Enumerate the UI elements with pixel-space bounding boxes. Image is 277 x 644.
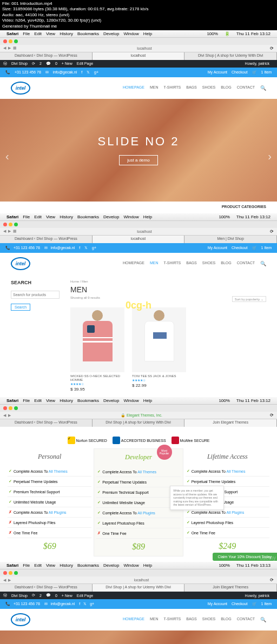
cart-icon[interactable]: 🛒 — [252, 70, 257, 75]
cart-icon[interactable]: 🛒 — [252, 602, 257, 606]
tab-wordpress[interactable]: Dashboard ‹ Divi Shop — WordPress — [0, 236, 93, 243]
back-button[interactable]: ◀ — [3, 578, 6, 582]
reload-icon[interactable]: ⟳ — [270, 413, 274, 418]
facebook-icon[interactable]: f — [81, 70, 82, 74]
maximize-window[interactable] — [14, 39, 18, 43]
wp-edit[interactable]: Edit Page — [77, 62, 93, 65]
sidebar-icon[interactable]: ▦ — [13, 46, 17, 50]
address-bar[interactable]: localhost — [19, 230, 270, 233]
tab-wordpress[interactable]: Dashboard ‹ Divi Shop — WordPress — [0, 419, 93, 427]
site-logo[interactable]: intel — [11, 613, 30, 626]
tab-divishop[interactable]: Divi Shop | A shop for Udemy With Divi — [93, 419, 185, 427]
nav-bags[interactable]: BAGS — [186, 617, 196, 622]
nav-contact[interactable]: CONTACT — [237, 617, 255, 622]
menu-history[interactable]: History — [60, 31, 73, 36]
forward-button[interactable]: ▶ — [8, 413, 11, 418]
breadcrumb[interactable]: Home / Men — [70, 280, 266, 283]
twitter-icon[interactable]: 𝕏 — [83, 602, 87, 606]
app-name[interactable]: Safari — [6, 214, 18, 219]
tab-wordpress[interactable]: Dashboard ‹ Divi Shop — WordPress — [0, 584, 93, 592]
wp-new[interactable]: + New — [62, 62, 72, 65]
nav-blog[interactable]: BLOG — [221, 617, 231, 622]
my-account-link[interactable]: My Account — [208, 70, 227, 75]
forward-button[interactable]: ▶ — [8, 578, 11, 582]
site-logo[interactable]: intel — [11, 82, 30, 95]
menu-develop[interactable]: Develop — [103, 31, 119, 36]
twitter-icon[interactable]: 𝕏 — [87, 70, 90, 74]
sort-select[interactable]: Sort by popularity ⌄ — [232, 296, 266, 302]
search-icon[interactable]: 🔍 — [260, 617, 266, 622]
nav-shoes[interactable]: SHOES — [202, 617, 216, 622]
search-button[interactable]: Search — [11, 304, 30, 311]
nav-tshirts[interactable]: T-SHIRTS — [164, 85, 181, 91]
cart-icon[interactable]: 🛒 — [252, 246, 257, 250]
nav-men[interactable]: MEN — [150, 261, 159, 266]
address-bar[interactable]: localhost — [13, 578, 270, 582]
nav-contact[interactable]: CONTACT — [237, 261, 255, 266]
wp-site[interactable]: Divi Shop — [11, 62, 28, 65]
wp-logo-icon[interactable]: ⓦ — [3, 61, 7, 66]
nav-men[interactable]: MEN — [150, 617, 159, 622]
tab-elegant[interactable]: Join Elegant Themes — [184, 419, 277, 427]
menu-help[interactable]: Help — [143, 31, 152, 36]
google-icon[interactable]: g+ — [92, 246, 96, 250]
tab-localhost[interactable]: localhost — [93, 236, 185, 243]
tab-elegant[interactable]: Join Elegant Themes — [184, 584, 277, 592]
wp-comments-icon[interactable]: 💬 — [46, 62, 51, 66]
slider-next[interactable]: › — [268, 150, 272, 163]
search-icon[interactable]: 🔍 — [260, 85, 266, 91]
nav-home[interactable]: HOMEPAGE — [123, 85, 144, 91]
wp-logo-icon[interactable]: ⓦ — [3, 593, 7, 598]
tab-localhost[interactable]: localhost — [93, 52, 185, 60]
product-card[interactable]: TONI TEE SS JACK & JONES ★★★★☆ $ 22.99 — [132, 307, 186, 392]
nav-home[interactable]: HOMEPAGE — [123, 261, 144, 266]
nav-shoes[interactable]: SHOES — [202, 261, 216, 266]
tab-divishop[interactable]: Divi Shop | A shop for Udemy With Divi — [93, 584, 185, 592]
tab-men[interactable]: Men | Divi Shop — [184, 236, 277, 243]
tab-divishop[interactable]: Divi Shop | A shop for Udemy With Divi — [184, 52, 277, 60]
site-logo[interactable]: intel — [11, 257, 30, 270]
close-window[interactable] — [3, 39, 7, 43]
search-icon[interactable]: 🔍 — [260, 261, 266, 266]
reload-icon[interactable]: ⟳ — [270, 578, 274, 582]
hero-cta[interactable]: just a demo — [119, 155, 157, 165]
nav-tshirts[interactable]: T-SHIRTS — [164, 261, 181, 266]
product-card[interactable]: WICKED SS O-NECK SELECTED HOMME ★★★★☆ $ … — [70, 307, 124, 392]
twitter-icon[interactable]: 𝕏 — [84, 246, 88, 250]
nav-blog[interactable]: BLOG — [221, 85, 231, 91]
checkout-link[interactable]: Checkout — [232, 70, 248, 75]
reload-icon[interactable]: ⟳ — [270, 229, 274, 234]
facebook-icon[interactable]: f — [79, 602, 80, 606]
nav-shoes[interactable]: SHOES — [202, 85, 216, 91]
minimize-window[interactable] — [9, 39, 12, 43]
google-icon[interactable]: g+ — [94, 70, 98, 74]
search-input[interactable] — [11, 291, 60, 299]
address-bar[interactable]: 🔒 Elegant Themes, Inc. — [13, 413, 270, 418]
nav-tshirts[interactable]: T-SHIRTS — [164, 617, 181, 622]
wp-updates-icon[interactable]: ⟳ — [32, 593, 35, 598]
facebook-icon[interactable]: f — [79, 246, 80, 250]
discount-button[interactable]: Claim Your 10% Discount Today — [213, 553, 277, 561]
nav-blog[interactable]: BLOG — [221, 261, 231, 266]
menu-view[interactable]: View — [46, 31, 55, 36]
menu-file[interactable]: File — [23, 31, 30, 36]
cart-count[interactable]: 1 Item — [261, 70, 272, 75]
wp-comments-icon[interactable]: 💬 — [46, 593, 51, 598]
google-icon[interactable]: g+ — [90, 602, 94, 606]
back-button[interactable]: ◀ — [3, 229, 6, 233]
menu-bookmarks[interactable]: Bookmarks — [77, 31, 99, 36]
nav-bags[interactable]: BAGS — [186, 85, 196, 91]
nav-home[interactable]: HOMEPAGE — [123, 617, 144, 622]
forward-button[interactable]: ▶ — [8, 46, 11, 50]
wp-updates-icon[interactable]: ⟳ — [32, 62, 35, 66]
back-button[interactable]: ◀ — [3, 413, 6, 418]
menu-edit[interactable]: Edit — [34, 31, 42, 36]
tab-wordpress[interactable]: Dashboard ‹ Divi Shop — WordPress — [0, 52, 93, 60]
back-button[interactable]: ◀ — [3, 46, 6, 50]
nav-bags[interactable]: BAGS — [186, 261, 196, 266]
wp-howdy[interactable]: Howdy, patrick — [245, 62, 269, 65]
app-name[interactable]: Safari — [6, 31, 18, 36]
nav-contact[interactable]: CONTACT — [237, 85, 255, 91]
reload-icon[interactable]: ⟳ — [270, 46, 274, 51]
nav-men[interactable]: MEN — [150, 85, 159, 91]
